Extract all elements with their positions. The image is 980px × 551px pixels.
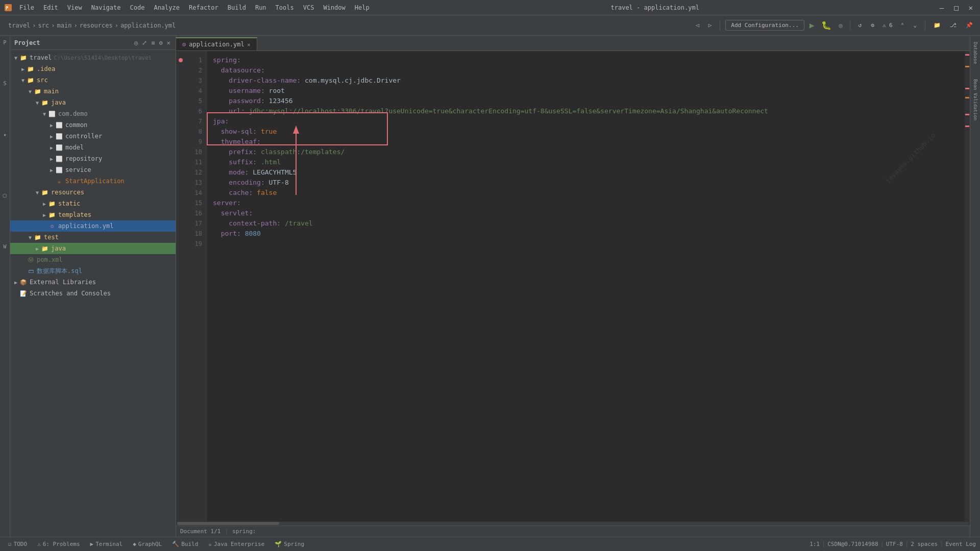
nav-forward-button[interactable]: ▷: [705, 20, 715, 31]
status-position[interactable]: 1:1: [810, 541, 820, 547]
tree-item-static[interactable]: ▶ 📁 static: [10, 198, 176, 209]
bean-validation-label[interactable]: Bean Validation: [973, 79, 978, 120]
close-panel-button[interactable]: ✕: [166, 38, 172, 47]
debug-button[interactable]: 🐛: [819, 20, 834, 30]
scrollbar-thumb[interactable]: [177, 522, 279, 525]
tree-item-test[interactable]: ▼ 📁 test: [10, 232, 176, 243]
code-token: thymeleaf:: [213, 137, 261, 147]
terminal-button[interactable]: ▶ Terminal: [86, 540, 127, 548]
tree-item-startapp[interactable]: ☕ StartApplication: [10, 176, 176, 187]
git-button[interactable]: ⎇: [947, 20, 960, 31]
menu-navigate[interactable]: Navigate: [87, 3, 125, 12]
minimize-button[interactable]: —: [937, 4, 947, 12]
breadcrumb-main[interactable]: main: [57, 22, 72, 29]
breadcrumb-src[interactable]: src: [38, 22, 50, 29]
status-encoding[interactable]: UTF-8: [886, 541, 903, 547]
tab-label: application.yml: [189, 41, 244, 48]
tree-item-scratches[interactable]: 📝 Scratches and Consoles: [10, 288, 176, 299]
status-branch[interactable]: CSDN@0.71014988: [827, 541, 878, 547]
build-button[interactable]: 🔨 Build: [168, 540, 202, 548]
menu-analyze[interactable]: Analyze: [150, 3, 184, 12]
tree-item-templates[interactable]: ▶ 📁 templates: [10, 209, 176, 220]
tree-item-common[interactable]: ▶ ⬜ common: [10, 119, 176, 131]
tree-item-extlibs[interactable]: ▶ 📦 External Libraries: [10, 277, 176, 288]
tree-item-travel[interactable]: ▼ 📁 travel C:\Users\51414\Desktop\travel: [10, 52, 176, 63]
persistence-icon[interactable]: ⬡: [1, 191, 10, 200]
code-token: jpa:: [213, 116, 229, 127]
tree-item-pom[interactable]: Ⓜ pom.xml: [10, 254, 176, 265]
code-token-val: false: [257, 188, 277, 198]
graphql-label: GraphQL: [138, 541, 162, 547]
collapse-button[interactable]: ⌄: [910, 20, 920, 31]
breadcrumb-resources[interactable]: resources: [80, 22, 113, 29]
expand-all-button[interactable]: ⤢: [141, 38, 148, 47]
menu-refactor[interactable]: Refactor: [185, 3, 223, 12]
menu-run[interactable]: Run: [251, 3, 271, 12]
breadcrumb-travel[interactable]: travel: [8, 22, 30, 29]
locate-file-button[interactable]: ◎: [133, 38, 139, 47]
folder-icon-test: 📁: [34, 233, 42, 241]
spring-button[interactable]: 🌱 Spring: [271, 540, 308, 548]
database-label[interactable]: Database: [973, 42, 978, 64]
event-log-button[interactable]: Event Log: [945, 541, 976, 547]
pin-button[interactable]: 📌: [963, 20, 976, 31]
tree-item-sql[interactable]: 🗃 数据库脚本.sql: [10, 265, 176, 277]
structure-icon[interactable]: S: [1, 79, 10, 88]
collapse-all-button[interactable]: ≡: [150, 38, 156, 47]
menu-build[interactable]: Build: [224, 3, 250, 12]
tree-item-resources[interactable]: ▼ 📁 resources: [10, 187, 176, 198]
svg-text:P: P: [6, 6, 9, 11]
profile-button[interactable]: ◎: [837, 22, 844, 29]
settings-panel-button[interactable]: ⚙: [158, 38, 164, 47]
close-button[interactable]: ✕: [966, 4, 976, 12]
todo-button[interactable]: ☑ TODO: [4, 540, 31, 548]
tree-label-common: common: [65, 121, 87, 129]
tree-item-src[interactable]: ▼ 📁 src: [10, 74, 176, 86]
menu-edit[interactable]: Edit: [39, 3, 62, 12]
expand-button[interactable]: ⌃: [898, 20, 908, 31]
tree-item-appyml[interactable]: ⚙ application.yml: [10, 220, 176, 232]
favorites-icon[interactable]: ★: [1, 130, 10, 139]
graphql-button[interactable]: ◆ GraphQL: [129, 540, 166, 548]
error-mark-3: [965, 88, 969, 89]
menu-tools[interactable]: Tools: [272, 3, 298, 12]
run-button[interactable]: ▶: [807, 20, 817, 30]
status-sep2: |: [880, 541, 884, 548]
menu-file[interactable]: File: [15, 3, 38, 12]
update-button[interactable]: ↺: [855, 20, 865, 31]
menu-vcs[interactable]: VCS: [299, 3, 318, 12]
tree-item-main[interactable]: ▼ 📁 main: [10, 86, 176, 97]
web-icon[interactable]: W: [1, 242, 10, 251]
status-linesep[interactable]: 2 spaces: [911, 541, 938, 547]
tree-label-pom: pom.xml: [37, 256, 63, 263]
tree-item-comdemo[interactable]: ▼ ⬜ com.demo: [10, 108, 176, 119]
editor-content[interactable]: 1 2 3 4 5 6 7 8 9 10 11 12 13 14 15 16 1…: [176, 51, 970, 521]
window-controls[interactable]: — □ ✕: [937, 4, 976, 12]
run-configuration-dropdown[interactable]: Add Configuration...: [725, 20, 804, 31]
settings-button[interactable]: ⚙: [868, 20, 877, 31]
menu-code[interactable]: Code: [126, 3, 149, 12]
tab-appyml[interactable]: ⚙ application.yml ✕: [176, 37, 257, 51]
code-editor[interactable]: javayms.github.io spring:: [207, 51, 965, 521]
problems-button[interactable]: ⚠ 6: Problems: [33, 540, 84, 548]
maximize-button[interactable]: □: [951, 4, 961, 12]
tree-item-test-java[interactable]: ▶ 📁 java: [10, 243, 176, 254]
tree-item-java[interactable]: ▼ 📁 java: [10, 97, 176, 108]
tab-close-button[interactable]: ✕: [248, 42, 251, 47]
status-sep3: |: [905, 541, 909, 548]
tree-item-service[interactable]: ▶ ⬜ service: [10, 164, 176, 176]
tree-item-controller[interactable]: ▶ ⬜ controller: [10, 131, 176, 142]
folder-button[interactable]: 📁: [930, 20, 944, 31]
project-icon[interactable]: P: [1, 38, 10, 47]
java-enterprise-button[interactable]: ☕ Java Enterprise: [204, 540, 268, 548]
menu-view[interactable]: View: [63, 3, 86, 12]
menu-window[interactable]: Window: [319, 3, 349, 12]
tree-item-idea[interactable]: ▶ 📁 .idea: [10, 63, 176, 74]
breadcrumb-file[interactable]: application.yml: [120, 22, 176, 29]
tree-item-repository[interactable]: ▶ ⬜ repository: [10, 153, 176, 164]
nav-back-button[interactable]: ◁: [693, 20, 702, 31]
tree-item-model[interactable]: ▶ ⬜ model: [10, 142, 176, 153]
menu-help[interactable]: Help: [351, 3, 374, 12]
menu-bar[interactable]: File Edit View Navigate Code Analyze Ref…: [15, 3, 374, 12]
horizontal-scrollbar[interactable]: [177, 522, 969, 525]
